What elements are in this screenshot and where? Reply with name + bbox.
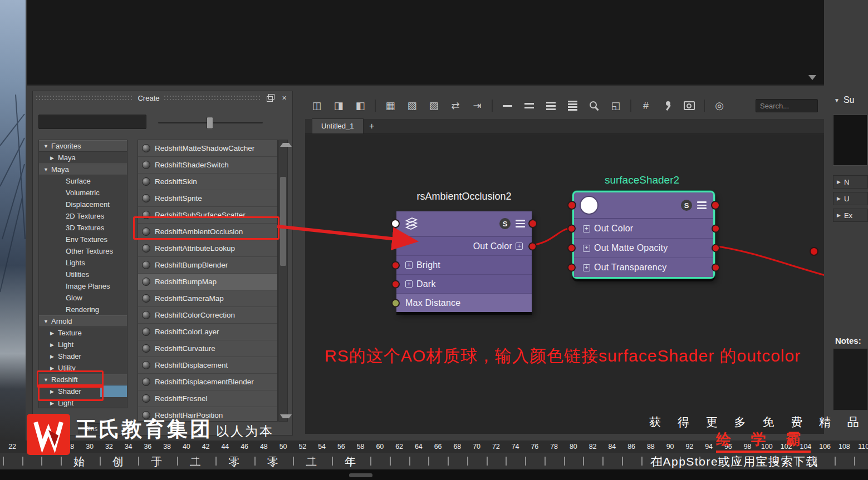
scroll-down-icon[interactable]: [280, 414, 292, 418]
frame-number[interactable]: 22: [3, 443, 22, 451]
header-input-port[interactable]: [567, 201, 576, 210]
header-output-port[interactable]: [711, 201, 720, 210]
frame-number[interactable]: 58: [351, 443, 370, 451]
frame-number[interactable]: 88: [641, 443, 661, 451]
disclosure-triangle-icon[interactable]: ▶: [837, 196, 841, 201]
toolbar-icon[interactable]: [375, 100, 376, 112]
disclosure-triangle-icon[interactable]: ▶: [50, 354, 58, 359]
disclosure-triangle-icon[interactable]: ▶: [837, 212, 841, 218]
close-panel-icon[interactable]: ×: [279, 94, 289, 102]
input-port[interactable]: [391, 299, 400, 307]
expand-plus-icon[interactable]: [583, 245, 590, 252]
category-item[interactable]: ▼ Arnold: [39, 315, 127, 327]
scrollbar-thumb[interactable]: [280, 177, 286, 266]
transfer-attributes-icon[interactable]: ◎: [712, 98, 727, 113]
input-port[interactable]: [567, 244, 576, 253]
screenshot-icon[interactable]: [682, 98, 697, 113]
node-rsAmbientOcclusion2[interactable]: S Out Color: [396, 211, 532, 312]
ao-node-title[interactable]: rsAmbientOcclusion2: [396, 191, 532, 202]
expand-plus-icon[interactable]: [583, 225, 590, 232]
frame-number[interactable]: 108: [835, 443, 854, 451]
category-item[interactable]: ▼ Maya: [39, 164, 127, 175]
frame-number[interactable]: 44: [215, 443, 235, 451]
node-surfaceShader2[interactable]: S Out Color: [572, 191, 715, 279]
frame-number[interactable]: 72: [487, 443, 506, 451]
frame-number[interactable]: 34: [119, 443, 138, 451]
attribute-display-icon[interactable]: [697, 201, 707, 209]
frame-number[interactable]: 86: [622, 443, 641, 451]
swatch-toggle-icon[interactable]: S: [681, 200, 692, 211]
input-port[interactable]: [567, 264, 576, 272]
expand-plus-icon[interactable]: [405, 261, 413, 269]
node-attribute-row[interactable]: Out Transparency: [574, 258, 713, 277]
ss-node-header[interactable]: S: [574, 192, 713, 219]
input-port[interactable]: [391, 261, 400, 269]
swatch-toggle-icon[interactable]: S: [499, 218, 511, 229]
output-port[interactable]: [528, 242, 537, 250]
disclosure-triangle-icon[interactable]: ▶: [50, 389, 58, 394]
toolbar-icon[interactable]: [630, 100, 631, 112]
display-no-attributes-icon[interactable]: [500, 98, 514, 113]
input-port[interactable]: [391, 280, 400, 288]
create-filter-input[interactable]: [38, 115, 146, 129]
expand-plus-icon[interactable]: [405, 280, 413, 288]
input-port[interactable]: [567, 225, 576, 233]
rearrange-graph-icon[interactable]: ⇄: [448, 98, 463, 113]
tab-untitled-1[interactable]: Untitled_1: [312, 118, 364, 133]
frame-number[interactable]: 40: [177, 443, 197, 451]
category-item[interactable]: Utilities: [39, 269, 127, 280]
category-item[interactable]: ▶ Utility: [39, 362, 127, 374]
frame-number[interactable]: 32: [100, 443, 119, 451]
frame-number[interactable]: 38: [158, 443, 177, 451]
create-panel-header[interactable]: Create ×: [33, 91, 292, 105]
node-graph-canvas[interactable]: rsAmbientOcclusion2 S: [305, 134, 824, 434]
frame-number[interactable]: 90: [660, 443, 680, 451]
toolbar-icon[interactable]: [492, 100, 493, 112]
disclosure-triangle-icon[interactable]: ▼: [43, 319, 51, 324]
scroll-up-icon[interactable]: [280, 143, 292, 147]
add-upstream-nodes-icon[interactable]: ▧: [405, 98, 419, 113]
disclosure-triangle-icon[interactable]: ▶: [837, 179, 841, 185]
category-item[interactable]: ▶ Texture: [39, 327, 127, 339]
disclosure-triangle-icon[interactable]: ▶: [50, 330, 58, 336]
category-item[interactable]: Displacement: [39, 199, 127, 210]
left-viewport-strip[interactable]: [0, 0, 26, 442]
frame-number[interactable]: 54: [312, 443, 332, 451]
notes-field[interactable]: [833, 348, 868, 410]
node-attribute-row[interactable]: Dark: [396, 274, 532, 293]
category-item[interactable]: ▶ Maya: [39, 152, 127, 164]
expand-plus-icon[interactable]: [583, 264, 590, 271]
node-attribute-row[interactable]: Out Color: [574, 219, 713, 238]
frame-number[interactable]: 30: [80, 443, 100, 451]
category-item[interactable]: Image Planes: [39, 280, 127, 292]
right-panel-section[interactable]: ▶ N: [833, 175, 868, 189]
attribute-display-icon[interactable]: [516, 220, 525, 227]
node-type-item[interactable]: RedshiftSkin: [138, 174, 277, 190]
output-port[interactable]: [712, 244, 720, 253]
header-output-port[interactable]: [528, 219, 537, 228]
right-panel-section[interactable]: ▶ U: [833, 192, 868, 205]
zoom-icon[interactable]: [587, 98, 601, 113]
expand-plus-icon[interactable]: [516, 243, 523, 250]
frame-number[interactable]: 56: [332, 443, 351, 451]
frame-number[interactable]: 42: [196, 443, 215, 451]
frame-number[interactable]: 52: [293, 443, 312, 451]
node-type-item[interactable]: RedshiftMatteShadowCatcher: [138, 140, 277, 157]
output-port[interactable]: [712, 264, 720, 272]
category-item[interactable]: Surface: [39, 175, 127, 187]
category-item[interactable]: Rendering: [39, 304, 127, 315]
frame-number[interactable]: 68: [448, 443, 467, 451]
ss-node-title[interactable]: surfaceShader2: [572, 174, 712, 186]
category-item[interactable]: ▶ Light: [39, 397, 127, 408]
node-attribute-row[interactable]: Max Distance: [396, 293, 532, 312]
frame-number[interactable]: 60: [370, 443, 390, 451]
show-input-output-connections-icon[interactable]: ◫: [310, 98, 324, 113]
show-input-connections-icon[interactable]: ◧: [353, 98, 367, 113]
frame-number[interactable]: 84: [602, 443, 622, 451]
toolbar-icon[interactable]: [704, 100, 705, 112]
node-type-item[interactable]: RedshiftSubSurfaceScatter: [138, 207, 277, 224]
bottom-scroll-strip[interactable]: [0, 469, 868, 480]
category-item[interactable]: ▼ Favorites: [39, 140, 127, 152]
node-type-item[interactable]: RedshiftBumpMap: [138, 274, 277, 290]
add-tab-button[interactable]: +: [364, 119, 380, 133]
